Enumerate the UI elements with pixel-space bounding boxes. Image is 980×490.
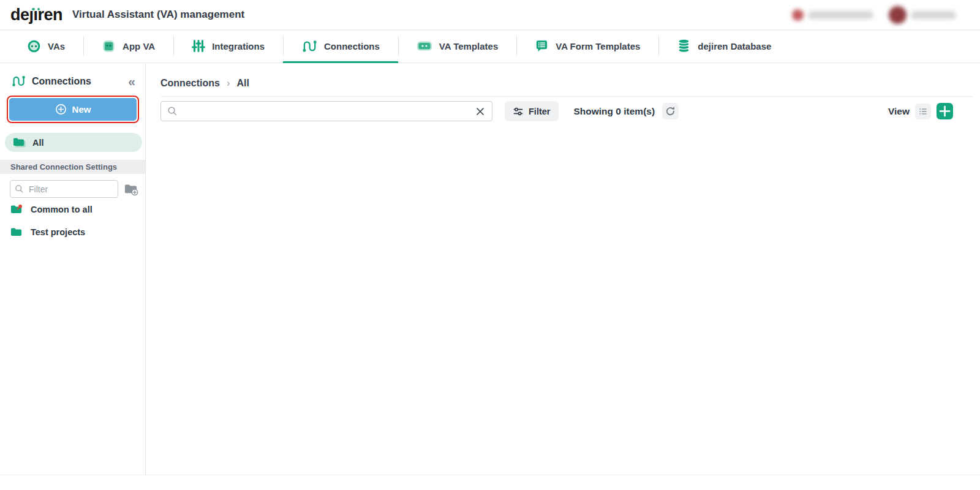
dejiren-logo: deȷıren [10, 7, 62, 23]
tenant-menu-redacted[interactable] [792, 9, 873, 21]
database-icon [677, 39, 691, 53]
grid-view-icon [937, 103, 953, 119]
tab-label: VA Form Templates [556, 41, 640, 51]
tab-integrations[interactable]: Integrations [173, 29, 283, 62]
sidebar-folder-test-projects[interactable]: Test projects [0, 221, 145, 243]
tab-label: VA Templates [439, 41, 498, 51]
top-header: deȷıren Virtual Assistant (VA) managemen… [0, 0, 980, 29]
folder-label: Common to all [31, 205, 92, 214]
filter-button-label: Filter [529, 107, 550, 116]
folder-pinned-icon [10, 204, 23, 215]
empty-results-area [146, 121, 980, 475]
tenant-name-redacted [809, 11, 873, 19]
user-menu-redacted[interactable] [889, 6, 956, 24]
logo-green-dot [37, 8, 40, 11]
plus-circle-icon [55, 104, 67, 115]
sliders-icon [192, 39, 205, 53]
form-bubble-icon [535, 39, 549, 53]
clear-search-icon[interactable] [476, 107, 484, 116]
cable-icon [11, 75, 26, 88]
avatar [889, 6, 907, 24]
tab-app-va[interactable]: App VA [83, 29, 173, 62]
tab-dejiren-database[interactable]: dejiren Database [658, 29, 790, 62]
user-name-redacted [911, 11, 956, 19]
chevron-right-icon: › [227, 77, 230, 89]
tab-label: VAs [48, 41, 65, 51]
cable-icon [301, 39, 317, 53]
tab-va-form-templates[interactable]: VA Form Templates [516, 29, 658, 62]
sidebar-filter [10, 180, 118, 198]
search-box [160, 101, 492, 121]
connections-sidebar: Connections « New All Shared Connection … [0, 63, 146, 475]
collapse-sidebar-icon[interactable]: « [128, 75, 135, 88]
breadcrumb: Connections › All [146, 63, 980, 89]
tenant-badge-icon [792, 9, 804, 21]
divider [160, 96, 973, 97]
new-button-highlight: New [7, 96, 139, 123]
sidebar-item-all[interactable]: All [5, 133, 142, 152]
tab-label: Connections [324, 41, 380, 51]
app-va-icon [102, 39, 116, 53]
list-toolbar: Filter Showing 0 item(s) View [160, 101, 953, 121]
tab-va-templates[interactable]: VA Templates [398, 29, 516, 62]
va-face-icon [27, 39, 41, 53]
main-panel: Connections › All Filter [146, 63, 980, 475]
sidebar-title: Connections [32, 76, 91, 87]
filter-button[interactable]: Filter [505, 101, 559, 121]
refresh-button[interactable] [662, 103, 679, 119]
tab-connections[interactable]: Connections [283, 29, 398, 62]
list-view-button[interactable] [915, 104, 931, 119]
new-connection-button[interactable]: New [9, 98, 137, 121]
folder-icon [10, 227, 23, 238]
section-header: Shared Connection Settings [0, 160, 145, 174]
logo-green-dot [32, 8, 35, 11]
view-switcher: View [888, 103, 953, 119]
breadcrumb-current: All [237, 78, 249, 89]
new-button-label: New [72, 104, 91, 115]
page-title: Virtual Assistant (VA) management [72, 9, 244, 21]
breadcrumb-root[interactable]: Connections [160, 78, 220, 89]
tab-vas[interactable]: VAs [9, 29, 83, 62]
main-tabbar: VAs App VA Integrations Connections [0, 29, 980, 63]
grid-view-button[interactable] [937, 103, 953, 119]
filter-sliders-icon [513, 107, 523, 116]
showing-count-text: Showing 0 item(s) [573, 106, 655, 117]
tab-label: Integrations [212, 41, 265, 51]
logo-text: deȷıren [10, 6, 62, 24]
search-input[interactable] [183, 102, 471, 121]
list-view-icon [918, 107, 928, 116]
header-user-area [792, 6, 956, 24]
tab-label: App VA [123, 41, 155, 51]
folder-filter-input[interactable] [10, 180, 118, 198]
sidebar-item-label: All [32, 138, 44, 148]
search-icon [15, 184, 24, 194]
refresh-icon [665, 106, 676, 116]
template-icon [417, 39, 432, 53]
folder-plus-icon[interactable] [124, 183, 139, 196]
folders-icon [13, 137, 26, 148]
app-window: deȷıren Virtual Assistant (VA) managemen… [0, 0, 980, 490]
folder-label: Test projects [31, 227, 85, 237]
sidebar-folder-common-to-all[interactable]: Common to all [0, 198, 145, 221]
view-label: View [888, 106, 910, 117]
search-icon [167, 106, 178, 116]
tab-label: dejiren Database [698, 41, 771, 51]
